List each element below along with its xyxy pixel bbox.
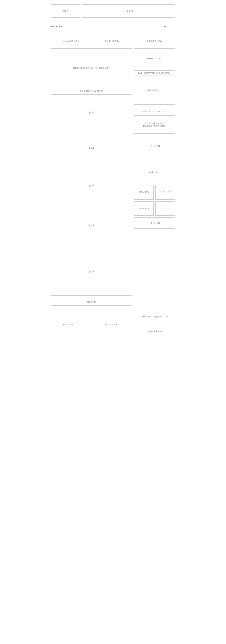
sidebar-ad-125-1: 125 x 125 [134, 185, 154, 200]
sidebar-ads-125-row1: 125 x 125 125 x 125 [134, 185, 175, 200]
page-nav[interactable]: page nav [51, 298, 132, 306]
sidebar-ad-320x250: 320 x 250 [134, 133, 175, 159]
footer-team-label: meet the team [102, 323, 118, 326]
footer-links-label: text links to impt sections [141, 315, 168, 318]
footer-right: text links to impt sections copyright in… [134, 310, 175, 339]
sidebar: blurb: services event banner popular | l… [134, 35, 175, 308]
main-nav-label: main nav [51, 25, 62, 28]
sidebar-social-label: social media buttons (facebook/twitter/b… [142, 122, 166, 127]
sidebar-newsletter[interactable]: subscribe to newsletter [134, 107, 175, 116]
footer-team: meet the team [88, 310, 132, 339]
main-layout: blurb: about us blurb: events featured p… [51, 33, 175, 308]
footer-flickr: flickr feed [51, 310, 86, 339]
sidebar-tabbed-panel: popular | latest | comments | tags tabbe… [134, 70, 175, 105]
sidebar-ads-125-row2: 125 x 125 125 x 125 [134, 201, 175, 216]
post-4-label: post [89, 224, 94, 226]
post-1: post [51, 97, 132, 128]
featured-panel: featured posts (jquery slide panel) slid… [51, 48, 132, 95]
sidebar-event-banner: event banner [134, 48, 175, 68]
post-2-label: post [89, 146, 94, 149]
footer-copyright-label: copyright info [147, 330, 162, 332]
sidebar-ad-300x100: 300 x 100 [134, 218, 175, 228]
logo-label: logo [63, 10, 68, 12]
post-5: post [51, 247, 132, 296]
main-content: blurb: about us blurb: events featured p… [51, 35, 132, 308]
header: logo 728x90 [51, 2, 175, 20]
sidebar-ad-320x250-label: 320 x 250 [149, 145, 160, 148]
sidebar-ad-125-2: 125 x 125 [156, 185, 175, 200]
footer-layout: flickr feed meet the team text links to … [51, 310, 175, 339]
search-label: search [160, 25, 168, 28]
blurb-about-us: blurb: about us [51, 35, 90, 46]
sidebar-twitter-feed: twitter feed [134, 161, 175, 183]
sidebar-social-buttons[interactable]: social media buttons (facebook/twitter/b… [134, 118, 175, 131]
post-3: post [51, 168, 132, 203]
search-box[interactable]: search [153, 24, 175, 29]
logo: logo [51, 4, 80, 18]
sidebar-ad-125-1-label: 125 x 125 [139, 191, 148, 194]
sidebar-tabbed-header[interactable]: popular | latest | comments | tags [134, 71, 174, 76]
blurb-about-us-label: blurb: about us [63, 39, 79, 42]
sidebar-twitter-feed-label: twitter feed [148, 171, 160, 173]
footer-text-links: text links to impt sections [134, 310, 175, 322]
sidebar-tabbed-header-label: popular | latest | comments | tags [138, 72, 170, 74]
post-5-label: post [89, 270, 94, 273]
sidebar-newsletter-label: subscribe to newsletter [142, 110, 167, 112]
featured-panel-label: featured posts (jquery slide panel) [73, 66, 110, 69]
banner-label: 728x90 [124, 10, 133, 12]
slide-nav-label: slide panel navigation [80, 90, 103, 92]
post-4: post [51, 205, 132, 245]
sidebar-tabbed-panel-label: tabbed panel [148, 89, 162, 92]
slide-panel-nav[interactable]: slide panel navigation [52, 87, 132, 94]
sidebar-ad-125-3: 125 x 125 [134, 201, 154, 216]
post-1-label: post [89, 111, 94, 114]
blurbs-row: blurb: about us blurb: events [51, 35, 132, 46]
sidebar-ad-125-4-label: 125 x 125 [160, 207, 170, 210]
post-2: post [51, 130, 132, 165]
sidebar-event-banner-label: event banner [147, 57, 161, 60]
sidebar-blurb-services-label: blurb: services [146, 39, 162, 42]
footer-flickr-label: flickr feed [63, 323, 74, 326]
banner: 728x90 [82, 4, 175, 18]
sidebar-ad-300x100-label: 300 x 100 [149, 222, 160, 224]
sidebar-ad-125-4: 125 x 125 [156, 201, 175, 216]
post-3-label: post [89, 184, 94, 186]
sidebar-blurb-services: blurb: services [134, 35, 175, 46]
sidebar-ad-125-3-label: 125 x 125 [139, 207, 148, 210]
footer: flickr feed meet the team text links to … [51, 308, 175, 339]
nav-bar: main nav search [51, 22, 175, 30]
featured-panel-content: featured posts (jquery slide panel) [52, 48, 132, 87]
blurb-events-label: blurb: events [105, 39, 119, 42]
page-nav-label: page nav [86, 300, 96, 303]
blurb-events: blurb: events [93, 35, 132, 46]
footer-copyright: copyright info [134, 324, 175, 338]
sidebar-ad-125-2-label: 125 x 125 [160, 191, 170, 194]
